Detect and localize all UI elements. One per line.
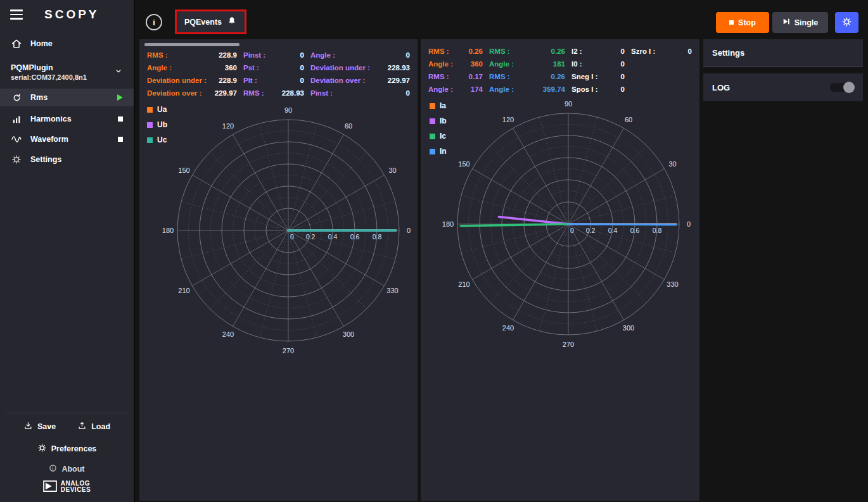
sidebar: SCOPY Home PQMPlugin serial:COM37,2400,8…	[0, 0, 135, 502]
save-label: Save	[37, 422, 56, 431]
svg-text:150: 150	[178, 166, 189, 174]
home-icon	[11, 38, 22, 49]
sidebar-item-settings[interactable]: Settings	[0, 151, 134, 168]
stat-cell: Deviation under :228.93	[310, 64, 410, 72]
current-panel: RMS :0.26 RMS :0.26 I2 :0 Szro I :0 Angl…	[421, 39, 699, 501]
save-icon	[23, 421, 33, 432]
chevron-down-icon[interactable]	[114, 66, 123, 78]
legend-label: In	[440, 147, 447, 156]
svg-text:330: 330	[386, 287, 398, 294]
single-button[interactable]: Single	[772, 12, 828, 33]
info-icon	[49, 464, 57, 474]
panel-settings-button[interactable]	[835, 12, 858, 33]
svg-text:90: 90	[284, 106, 292, 114]
about-label: About	[61, 465, 84, 474]
single-label: Single	[795, 18, 819, 27]
stop-button[interactable]: Stop	[716, 12, 769, 33]
svg-text:0: 0	[407, 227, 411, 234]
info-button[interactable]	[146, 14, 162, 30]
bars-icon	[11, 113, 22, 125]
svg-text:0.4: 0.4	[608, 227, 618, 234]
sidebar-item-rms[interactable]: Rms	[0, 89, 134, 106]
voltage-stats: RMS :228.9 Pinst :0 Angle :0 Angle :360 …	[147, 50, 410, 98]
stat-cell: Angle :360	[428, 60, 483, 68]
device-name: PQMPlugin	[11, 63, 87, 72]
legend-item[interactable]: Ib	[430, 116, 447, 125]
svg-text:0.8: 0.8	[373, 233, 382, 241]
stat-cell: Angle :181	[489, 60, 565, 68]
pqevents-button[interactable]: PQEvents	[177, 11, 245, 32]
stat-cell: Sneg I :0	[571, 73, 625, 80]
stat-cell: Deviation over :229.97	[310, 77, 410, 84]
toggle-knob[interactable]	[843, 82, 855, 93]
legend-swatch	[430, 118, 435, 124]
svg-text:240: 240	[222, 330, 234, 338]
sidebar-item-home[interactable]: Home	[0, 34, 134, 53]
stop-icon[interactable]	[118, 116, 123, 122]
divider	[5, 413, 129, 413]
sidebar-item-label: Rms	[30, 93, 48, 102]
legend-item[interactable]: Uc	[147, 135, 167, 144]
stop-label: Stop	[738, 18, 756, 27]
voltage-panel: RMS :228.9 Pinst :0 Angle :0 Angle :360 …	[139, 39, 418, 501]
legend-label: Ub	[157, 120, 167, 129]
gear-icon	[841, 16, 852, 29]
legend-item[interactable]: Ua	[147, 105, 167, 114]
menu-icon[interactable]	[10, 9, 23, 20]
legend-label: Uc	[157, 135, 167, 144]
current-legend: Ia Ib Ic In	[430, 101, 447, 156]
stat-cell: Plt :0	[243, 77, 304, 84]
svg-text:180: 180	[442, 220, 454, 228]
sidebar-item-label: Waveform	[30, 135, 68, 144]
legend-item[interactable]: Ic	[430, 132, 447, 141]
legend-item[interactable]: Ia	[430, 101, 447, 110]
svg-text:150: 150	[458, 160, 469, 168]
app-root: SCOPY Home PQMPlugin serial:COM37,2400,8…	[0, 0, 868, 502]
svg-text:0: 0	[290, 233, 294, 241]
svg-text:0.8: 0.8	[653, 227, 662, 234]
legend-item[interactable]: In	[430, 147, 447, 156]
voltage-polar-chart[interactable]: 030609012015018021024027030033000.20.40.…	[155, 97, 421, 363]
sidebar-device-pqmplugin[interactable]: PQMPlugin serial:COM37,2400,8n1	[0, 58, 134, 86]
svg-text:0.2: 0.2	[306, 233, 316, 241]
stat-cell: Angle :0	[310, 51, 410, 59]
preferences-button[interactable]: Preferences	[37, 443, 97, 455]
stat-cell: I0 :0	[571, 60, 625, 68]
stop-icon[interactable]	[118, 137, 123, 142]
play-icon[interactable]	[117, 94, 123, 101]
annotation-highlight: PQEvents	[175, 9, 246, 34]
voltage-legend: Ua Ub Uc	[147, 105, 167, 144]
sidebar-item-label: Harmonics	[30, 115, 72, 123]
sidebar-header: SCOPY	[0, 0, 134, 29]
svg-text:0: 0	[687, 220, 691, 228]
device-serial: serial:COM37,2400,8n1	[11, 73, 87, 81]
legend-swatch	[147, 107, 153, 113]
svg-text:210: 210	[178, 287, 189, 294]
svg-text:30: 30	[668, 160, 676, 168]
svg-text:270: 270	[283, 347, 294, 355]
adi-triangle-icon	[43, 480, 57, 492]
sidebar-item-harmonics[interactable]: Harmonics	[0, 110, 134, 128]
svg-text:0: 0	[570, 227, 574, 234]
sidebar-item-waveform[interactable]: Waveform	[0, 130, 134, 148]
about-button[interactable]: About	[49, 464, 84, 474]
load-label: Load	[91, 422, 110, 431]
legend-swatch	[147, 122, 153, 128]
gear-icon	[37, 443, 47, 455]
svg-text:0.6: 0.6	[350, 233, 360, 241]
load-button[interactable]: Load	[77, 421, 110, 432]
stat-cell: RMS :0.26	[428, 47, 483, 55]
stat-cell: Szro I :0	[631, 47, 692, 55]
sidebar-item-label: Home	[30, 39, 53, 48]
legend-item[interactable]: Ub	[147, 120, 167, 129]
stat-cell: Pst :0	[243, 64, 304, 72]
current-polar-chart[interactable]: 030609012015018021024027030033000.20.40.…	[435, 91, 701, 357]
svg-text:90: 90	[565, 100, 572, 108]
current-stats: RMS :0.26 RMS :0.26 I2 :0 Szro I :0 Angl…	[428, 46, 692, 94]
log-toggle[interactable]	[830, 83, 854, 92]
svg-text:210: 210	[458, 280, 469, 288]
save-button[interactable]: Save	[23, 421, 56, 432]
svg-text:60: 60	[345, 122, 352, 130]
stat-cell: Angle :360	[147, 64, 237, 72]
svg-text:240: 240	[502, 324, 514, 332]
